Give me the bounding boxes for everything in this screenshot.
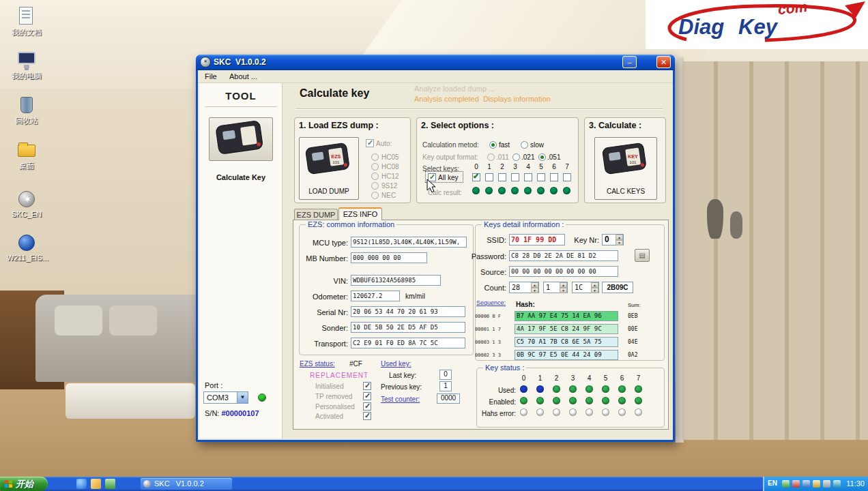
key-checkbox-6[interactable]	[550, 173, 558, 181]
calc-result-led	[537, 187, 545, 194]
spin-down-icon[interactable]: ▼	[531, 288, 538, 293]
mcu-type-field[interactable]: 9S12(1L85D,3L40K,4L40K,1L59W,	[351, 237, 467, 248]
key-checkbox-4[interactable]	[524, 173, 532, 181]
ssid-field[interactable]: 70 1F 99 DD	[509, 234, 565, 246]
menu-about[interactable]: About ...	[229, 72, 257, 80]
password-field[interactable]: C8 28 D0 2E 2A DE 81 D2	[509, 250, 618, 261]
radio-fast[interactable]	[489, 141, 497, 149]
ezs-status-link[interactable]: EZS status:	[300, 360, 335, 368]
app-icon	[200, 57, 211, 68]
quick-launch-ie-icon[interactable]	[76, 479, 87, 489]
odometer-label: Odometer:	[300, 293, 348, 301]
close-button[interactable]: ✕	[656, 56, 671, 68]
calc-result-led	[498, 187, 506, 194]
spinner-arrows[interactable]: ▲▼	[616, 235, 623, 245]
sonder-field[interactable]: 10 DE 5B 50 2E D5 AF D5	[351, 322, 465, 333]
tray-icon[interactable]	[802, 480, 810, 488]
hash-error-led	[602, 408, 609, 416]
radio-slow[interactable]	[521, 141, 528, 149]
personalised-checkbox	[363, 402, 371, 411]
menu-file[interactable]: File	[205, 72, 217, 80]
count-spinner-3[interactable]: 1C ▲▼	[572, 282, 599, 293]
count-spinner-1[interactable]: 28 ▲▼	[509, 282, 539, 293]
radio-051[interactable]	[538, 153, 546, 161]
key-checkbox-7[interactable]	[563, 173, 571, 181]
start-button[interactable]: 开始	[0, 477, 48, 491]
tray-icon[interactable]	[823, 480, 830, 488]
taskbar-skc-task-button[interactable]: SKC V1.0.0.2	[141, 478, 232, 490]
test-counter-field[interactable]: 0000	[437, 393, 460, 404]
desktop-icon-skc-en[interactable]: SKC_EN	[7, 190, 46, 218]
spin-down-icon[interactable]: ▼	[560, 288, 567, 293]
load-dump-button[interactable]: EZS 101 LOAD DUMP	[299, 137, 359, 200]
spinner-arrows[interactable]: ▲▼	[531, 282, 538, 293]
tab-ezs-dump[interactable]: EZS DUMP	[294, 209, 338, 220]
key-checkbox-2[interactable]	[498, 173, 506, 181]
desktop-icon-my-documents[interactable]: 我的文档	[7, 7, 46, 38]
quick-launch-folder-icon[interactable]	[91, 479, 101, 489]
used-row	[520, 385, 642, 393]
previous-key-field[interactable]: 1	[439, 381, 452, 391]
count-spinner-2[interactable]: 1 ▲▼	[543, 282, 568, 293]
sequence-link[interactable]: Sequence:	[476, 299, 506, 306]
source-label: Source:	[465, 268, 506, 276]
serial-nr-field[interactable]: 20 06 53 44 70 20 61 93	[351, 306, 465, 317]
start-label: 开始	[16, 478, 33, 490]
mb-number-field[interactable]: 000 000 00 00	[351, 252, 427, 263]
all-key-label: All key	[438, 174, 458, 181]
desktop-icon-w211-eis[interactable]: W211_EIS...	[7, 233, 46, 262]
source-field[interactable]: 00 00 00 00 00 00 00 00	[509, 266, 618, 277]
odometer-unit: km/mil	[405, 293, 425, 300]
key-status-col: 4	[585, 374, 593, 382]
minimize-button[interactable]: –	[622, 56, 637, 68]
title-bar[interactable]: SKC V1.0.0.2 – ✕	[196, 55, 675, 70]
radio-021[interactable]	[512, 153, 520, 161]
tab-ezs-info[interactable]: EZS INFO	[338, 207, 382, 220]
port-select[interactable]: COM3 ▼	[203, 391, 248, 404]
key-checkbox-1[interactable]	[485, 173, 493, 181]
key-checkbox-5[interactable]	[537, 173, 545, 181]
count-result-field[interactable]: 2B09C	[602, 282, 633, 293]
enabled-led	[553, 397, 560, 404]
calc-keys-button[interactable]: KEY 101 CALC KEYS	[594, 137, 657, 200]
test-counter-link[interactable]: Test counter:	[381, 396, 420, 403]
spinner-arrows[interactable]: ▲▼	[560, 282, 567, 293]
tray-icon[interactable]	[813, 480, 820, 488]
desktop-icon-label: 桌面	[7, 161, 46, 171]
tray-icon[interactable]	[792, 480, 800, 488]
chevron-down-icon[interactable]: ▼	[237, 392, 248, 403]
spin-down-icon[interactable]: ▼	[591, 288, 598, 293]
spin-up-icon[interactable]: ▲	[531, 282, 538, 288]
key-number: 2	[498, 163, 506, 170]
recycle-bin-icon	[20, 97, 33, 113]
spin-up-icon[interactable]: ▲	[616, 235, 623, 240]
language-indicator[interactable]: EN	[768, 479, 777, 487]
last-key-field[interactable]: 0	[439, 370, 452, 380]
desktop-icon-recycle-bin[interactable]: 回收站	[7, 95, 46, 126]
spin-up-icon[interactable]: ▲	[560, 282, 567, 288]
spinner-arrows[interactable]: ▲▼	[591, 282, 598, 293]
radio-nec	[371, 192, 379, 199]
radio-011-label: .011	[496, 153, 509, 161]
transport-field[interactable]: C2 E9 01 F0 ED 8A 7C 5C	[351, 338, 465, 348]
key-nr-spinner[interactable]: 0 ▲▼	[602, 234, 624, 246]
vin-field[interactable]: WDBUF61324A568985	[351, 275, 441, 286]
spin-up-icon[interactable]: ▲	[591, 282, 598, 288]
odometer-field[interactable]: 120627.2	[351, 291, 400, 301]
spin-down-icon[interactable]: ▼	[616, 240, 623, 246]
desktop-icon-my-computer[interactable]: 我的电脑	[7, 50, 46, 81]
calculate-key-tool-button[interactable]	[209, 117, 273, 161]
tray-icon[interactable]	[782, 480, 790, 488]
desktop-icon-desktop-folder[interactable]: 桌面	[7, 140, 46, 171]
quick-launch-show-desktop-icon[interactable]	[105, 479, 115, 489]
key-nr-value: 0	[603, 235, 616, 245]
hash-error-label: Hahs error:	[478, 410, 516, 417]
divider	[205, 106, 277, 107]
key-checkbox-3[interactable]	[511, 173, 519, 181]
folder-icon	[18, 145, 35, 157]
password-detail-button[interactable]: ▤	[635, 249, 650, 262]
load-group-title: 1. Load EZS dump :	[299, 121, 379, 130]
tray-icon[interactable]	[833, 480, 841, 488]
options-group-title: 2. Select options :	[421, 121, 494, 130]
used-key-link[interactable]: Used key:	[381, 360, 411, 368]
